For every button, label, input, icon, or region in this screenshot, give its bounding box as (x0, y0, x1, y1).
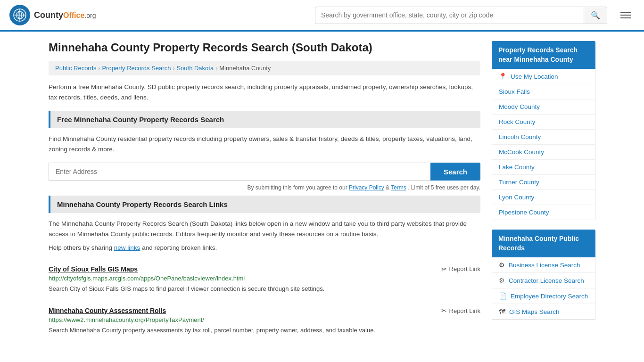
sidebar-nearby-item[interactable]: McCook County (492, 145, 595, 160)
breadcrumb-public-records[interactable]: Public Records (55, 65, 96, 72)
sidebar-nearby-item[interactable]: Turner County (492, 175, 595, 190)
search-form: Search By submitting this form you agree… (49, 163, 480, 191)
gear-icon: ⚙ (499, 277, 505, 284)
content-area: Minnehaha County Property Records Search… (49, 41, 480, 342)
breadcrumb-sep-3: › (215, 65, 217, 72)
header-search-button[interactable]: 🔍 (584, 7, 607, 24)
sidebar-nearby-link-3[interactable]: Lincoln County (499, 133, 541, 140)
sidebar-records-link-1[interactable]: Contractor License Search (509, 277, 584, 284)
sidebar-use-my-location[interactable]: 📍 Use My Location (492, 69, 595, 84)
sidebar-nearby-link-5[interactable]: Lake County (499, 164, 535, 171)
logo-text: CountyOffice.org (34, 10, 96, 20)
sidebar-records-link-0[interactable]: Business License Search (509, 262, 580, 269)
hamburger-line-1 (620, 12, 631, 13)
free-search-heading: Free Minnehaha County Property Records S… (49, 111, 480, 128)
sidebar-records-item[interactable]: ⚙ Business License Search (492, 257, 595, 273)
sidebar-nearby-link-2[interactable]: Rock County (499, 118, 535, 125)
free-search-description: Find Minnehaha County residential proper… (49, 134, 480, 154)
header-search-input[interactable] (315, 8, 584, 23)
main-wrapper: Minnehaha County Property Records Search… (39, 32, 605, 352)
sidebar-nearby-link-4[interactable]: McCook County (499, 148, 544, 156)
file-icon: 📄 (499, 292, 507, 300)
address-input[interactable] (49, 163, 430, 181)
share-links-text: Help others by sharing new links and rep… (49, 244, 480, 251)
report-link-label-1: Report Link (449, 307, 480, 314)
header-search-bar: 🔍 (315, 7, 607, 24)
hamburger-menu-button[interactable] (617, 10, 635, 20)
sidebar-nearby-link-8[interactable]: Pipestone County (499, 209, 549, 216)
logo-area: CountyOffice.org (9, 5, 96, 25)
sidebar-nearby-section: Property Records Search near Minnehaha C… (492, 41, 595, 220)
sidebar-nearby-item[interactable]: Lake County (492, 160, 595, 175)
sidebar: Property Records Search near Minnehaha C… (492, 41, 595, 342)
breadcrumb: Public Records › Property Records Search… (49, 61, 480, 75)
location-icon: 📍 (499, 73, 507, 80)
breadcrumb-sep-1: › (98, 65, 100, 72)
sidebar-nearby-title: Property Records Search near Minnehaha C… (492, 41, 595, 69)
site-header: CountyOffice.org 🔍 (0, 0, 644, 32)
sidebar-nearby-item[interactable]: Sioux Falls (492, 84, 595, 99)
sidebar-nearby-item[interactable]: Pipestone County (492, 205, 595, 220)
breadcrumb-south-dakota[interactable]: South Dakota (176, 65, 214, 72)
use-my-location-link[interactable]: Use My Location (511, 73, 558, 80)
search-submit-button[interactable]: Search (430, 163, 480, 181)
sidebar-records-item[interactable]: ⚙ Contractor License Search (492, 273, 595, 288)
sidebar-records-link-2[interactable]: Employee Directory Search (511, 293, 588, 300)
link-description-1: Search Minnehaha County property assessm… (49, 326, 480, 335)
new-links-link[interactable]: new links (114, 244, 140, 251)
report-link-button-0[interactable]: ✂ Report Link (441, 265, 480, 273)
sidebar-public-records-section: Minnehaha County Public Records ⚙ Busine… (492, 230, 595, 320)
sidebar-nearby-item[interactable]: Lyon County (492, 190, 595, 205)
links-section-heading: Minnehaha County Property Records Search… (49, 196, 480, 213)
report-icon-0: ✂ (441, 265, 447, 273)
report-link-label-0: Report Link (449, 265, 480, 272)
sidebar-nearby-link-7[interactable]: Lyon County (499, 194, 534, 201)
intro-description: Perform a free Minnehaha County, SD publ… (49, 82, 480, 102)
link-description-0: Search City of Sioux Falls GIS maps to f… (49, 284, 480, 294)
link-url-0[interactable]: http://cityofsfgis.maps.arcgis.com/apps/… (49, 275, 480, 282)
sidebar-nearby-item[interactable]: Rock County (492, 115, 595, 130)
sidebar-nearby-link-1[interactable]: Moody County (499, 103, 540, 110)
link-card: City of Sioux Falls GIS Maps ✂ Report Li… (49, 259, 480, 301)
link-card-title-1[interactable]: Minnehaha County Assessment Rolls (49, 307, 166, 314)
sidebar-records-item[interactable]: 🗺 GIS Maps Search (492, 304, 595, 319)
sidebar-nearby-item[interactable]: Moody County (492, 99, 595, 115)
sidebar-nearby-link-6[interactable]: Turner County (499, 179, 539, 186)
report-icon-1: ✂ (441, 307, 447, 314)
logo-icon (9, 5, 30, 25)
sidebar-public-records-title: Minnehaha County Public Records (492, 230, 595, 257)
sidebar-nearby-link-0[interactable]: Sioux Falls (499, 88, 530, 95)
link-card-header: Minnehaha County Assessment Rolls ✂ Repo… (49, 307, 480, 314)
link-cards-container: City of Sioux Falls GIS Maps ✂ Report Li… (49, 259, 480, 342)
search-form-row: Search (49, 163, 480, 181)
sidebar-records-link-3[interactable]: GIS Maps Search (509, 308, 560, 315)
link-card-header: City of Sioux Falls GIS Maps ✂ Report Li… (49, 265, 480, 273)
links-description: The Minnehaha County Property Records Se… (49, 219, 480, 239)
search-icon: 🔍 (591, 11, 600, 19)
link-card: Minnehaha County Assessment Rolls ✂ Repo… (49, 300, 480, 342)
report-link-button-1[interactable]: ✂ Report Link (441, 307, 480, 314)
breadcrumb-sep-2: › (173, 65, 174, 72)
hamburger-line-2 (620, 15, 631, 16)
sidebar-public-records-list: ⚙ Business License Search ⚙ Contractor L… (492, 257, 595, 320)
link-card-title-0[interactable]: City of Sioux Falls GIS Maps (49, 265, 138, 273)
gear-icon: ⚙ (499, 261, 505, 269)
hamburger-line-3 (620, 17, 631, 18)
page-title: Minnehaha County Property Records Search… (49, 41, 480, 54)
sidebar-nearby-list: 📍 Use My Location Sioux FallsMoody Count… (492, 69, 595, 220)
sidebar-records-item[interactable]: 📄 Employee Directory Search (492, 288, 595, 304)
sidebar-nearby-item[interactable]: Lincoln County (492, 130, 595, 145)
terms-link[interactable]: Terms (391, 184, 406, 191)
link-url-1[interactable]: https://www2.minnehahacounty.org/Propert… (49, 316, 480, 323)
form-disclaimer: By submitting this form you agree to our… (49, 184, 480, 191)
breadcrumb-property-records[interactable]: Property Records Search (102, 65, 171, 72)
privacy-policy-link[interactable]: Privacy Policy (349, 184, 384, 191)
breadcrumb-current: Minnehaha County (219, 65, 271, 72)
map-icon: 🗺 (499, 308, 505, 315)
